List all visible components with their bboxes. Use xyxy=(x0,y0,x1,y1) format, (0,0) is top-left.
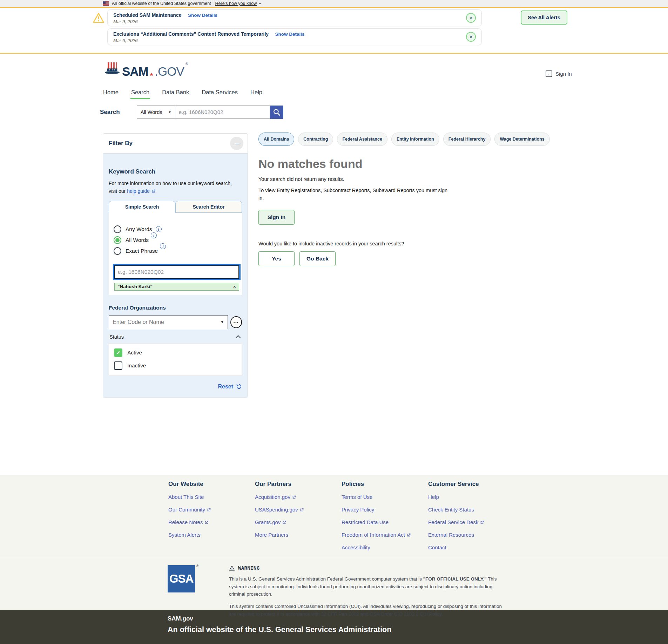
footer-link-our-community[interactable]: Our Community xyxy=(168,507,255,513)
pill-federal-hierarchy[interactable]: Federal Hierarchy xyxy=(443,133,491,146)
pill-federal-assistance[interactable]: Federal Assistance xyxy=(337,133,387,146)
footer-col-customer-service: Customer Service Help Check Entity Statu… xyxy=(428,481,515,557)
tab-simple-search[interactable]: Simple Search xyxy=(109,201,175,213)
sam-gov-logo[interactable]: SAM★.GOV ® xyxy=(104,61,188,77)
external-link-icon xyxy=(298,507,304,513)
alert-close-button[interactable]: × xyxy=(466,32,476,42)
checkbox-inactive[interactable]: Inactive xyxy=(114,361,237,370)
gsa-logo: GSA ® xyxy=(168,565,195,592)
warning-triangle-icon xyxy=(93,11,104,25)
search-mode-select[interactable]: All Words ▼ xyxy=(137,106,175,119)
alert-exclusions: Exclusions “Additional Comments” Content… xyxy=(107,28,482,45)
reset-filters-button[interactable]: Reset xyxy=(109,384,242,390)
search-input[interactable] xyxy=(175,106,270,119)
external-link-icon xyxy=(478,519,484,525)
footer-link-grants-gov[interactable]: Grants.gov xyxy=(255,519,342,525)
footer-link-check-entity-status[interactable]: Check Entity Status xyxy=(428,507,515,513)
no-matches-title: No matches found xyxy=(258,157,553,171)
external-link-icon xyxy=(405,532,411,538)
show-details-link[interactable]: Show Details xyxy=(188,13,217,18)
radio-exact-phrase[interactable]: Exact Phrase i xyxy=(114,247,237,255)
footer-site-subtitle: An official website of the U.S. General … xyxy=(168,625,668,634)
tab-search-editor[interactable]: Search Editor xyxy=(175,201,242,213)
nav-item-home[interactable]: Home xyxy=(102,86,119,99)
federal-orgs-more-button[interactable]: ... xyxy=(230,316,242,328)
federal-orgs-heading: Federal Organizations xyxy=(109,305,242,311)
footer-link-restricted-data-use[interactable]: Restricted Data Use xyxy=(342,519,428,525)
footer-link-about-this-site[interactable]: About This Site xyxy=(168,494,255,500)
nav-item-search[interactable]: Search xyxy=(130,86,150,99)
filter-panel: Filter By – Keyword Search For more info… xyxy=(103,133,248,398)
federal-orgs-combobox[interactable]: Enter Code or Name ▼ xyxy=(109,315,228,329)
footer-link-system-alerts[interactable]: System Alerts xyxy=(168,532,255,538)
ellipsis-icon: ... xyxy=(234,318,239,324)
footer-link-accessibility[interactable]: Accessibility xyxy=(342,544,428,550)
search-submit-button[interactable] xyxy=(270,106,283,119)
keyword-info-text: For more information on how to use our k… xyxy=(109,179,234,195)
registered-mark: ® xyxy=(196,564,198,568)
how-you-know-link[interactable]: Here’s how you know xyxy=(215,1,262,6)
footer-link-external-resources[interactable]: External Resources xyxy=(428,532,515,538)
page-footer: Our Website About This Site Our Communit… xyxy=(0,475,668,610)
chevron-up-icon[interactable] xyxy=(236,335,241,340)
see-all-alerts-button[interactable]: See All Alerts xyxy=(521,11,567,25)
warning-block: WARNING This is a U.S. General Services … xyxy=(229,565,508,623)
alert-maintenance: Scheduled SAM Maintenance Show Details M… xyxy=(107,9,482,26)
logo-sam-text: SAM xyxy=(122,66,148,77)
registered-mark: ® xyxy=(185,62,188,66)
footer-link-terms-of-use[interactable]: Terms of Use xyxy=(342,494,428,500)
collapse-filters-button[interactable]: – xyxy=(230,137,243,150)
show-details-link[interactable]: Show Details xyxy=(275,32,305,37)
nav-item-data-services[interactable]: Data Services xyxy=(201,86,238,99)
external-link-icon xyxy=(203,519,209,525)
chip-remove-button[interactable]: × xyxy=(233,284,236,290)
pill-wage-determinations[interactable]: Wage Determinations xyxy=(494,133,549,146)
footer-link-federal-service-desk[interactable]: Federal Service Desk xyxy=(428,519,515,525)
info-icon[interactable]: i xyxy=(156,226,162,232)
warning-heading: WARNING xyxy=(238,565,259,571)
nav-item-help[interactable]: Help xyxy=(250,86,263,99)
global-search-bar: Search All Words ▼ xyxy=(0,99,668,125)
keyword-input[interactable] xyxy=(114,265,239,279)
keyword-tabs: Simple Search Search Editor xyxy=(109,201,242,213)
alert-close-button[interactable]: × xyxy=(466,13,476,23)
footer-link-more-partners[interactable]: More Partners xyxy=(255,532,342,538)
keyword-chip-label: "Nahush Karki" xyxy=(117,284,153,289)
footer-link-release-notes[interactable]: Release Notes xyxy=(168,519,255,525)
footer-link-help[interactable]: Help xyxy=(428,494,515,500)
checkbox-active[interactable]: ✓ Active xyxy=(114,348,237,357)
header-sign-in-link[interactable]: ← Sign In xyxy=(546,70,572,77)
close-icon: × xyxy=(470,15,473,21)
footer-link-contact[interactable]: Contact xyxy=(428,544,515,550)
footer-link-usaspending-gov[interactable]: USASpending.gov xyxy=(255,507,342,513)
login-icon: ← xyxy=(546,70,552,77)
keyword-search-heading: Keyword Search xyxy=(109,168,242,175)
info-icon[interactable]: i xyxy=(160,243,166,249)
chevron-down-icon xyxy=(258,2,262,5)
footer-link-acquisition-gov[interactable]: Acquisition.gov xyxy=(255,494,342,500)
sign-in-button[interactable]: Sign In xyxy=(258,210,295,225)
filter-by-title: Filter By xyxy=(109,140,133,147)
main-content: Filter By – Keyword Search For more info… xyxy=(0,125,668,475)
radio-all-words[interactable]: All Words i xyxy=(114,236,237,244)
radio-any-words[interactable]: Any Words i xyxy=(114,225,237,233)
go-back-button[interactable]: Go Back xyxy=(299,251,336,266)
warning-paragraph-1: This is a U.S. General Services Administ… xyxy=(229,575,508,598)
checkbox-unchecked-icon xyxy=(114,361,122,370)
nav-item-data-bank[interactable]: Data Bank xyxy=(161,86,190,99)
info-icon[interactable]: i xyxy=(151,232,157,238)
results-area: All Domains Contracting Federal Assistan… xyxy=(258,133,553,266)
pill-contracting[interactable]: Contracting xyxy=(298,133,333,146)
status-box: ✓ Active Inactive xyxy=(109,343,242,376)
radio-icon xyxy=(114,247,121,255)
warning-paragraph-2: This system contains Controlled Unclassi… xyxy=(229,603,508,618)
alert-date: Mar 6, 2026 xyxy=(113,38,466,43)
footer-link-privacy-policy[interactable]: Privacy Policy xyxy=(342,507,428,513)
pill-all-domains[interactable]: All Domains xyxy=(258,133,294,146)
footer-link-foia[interactable]: Freedom of Information Act xyxy=(342,532,428,538)
pill-entity-information[interactable]: Entity Information xyxy=(391,133,439,146)
alert-title: Exclusions “Additional Comments” Content… xyxy=(113,31,269,37)
yes-button[interactable]: Yes xyxy=(258,251,295,266)
help-guide-link[interactable]: help guide xyxy=(127,188,156,194)
external-link-icon xyxy=(290,494,296,500)
